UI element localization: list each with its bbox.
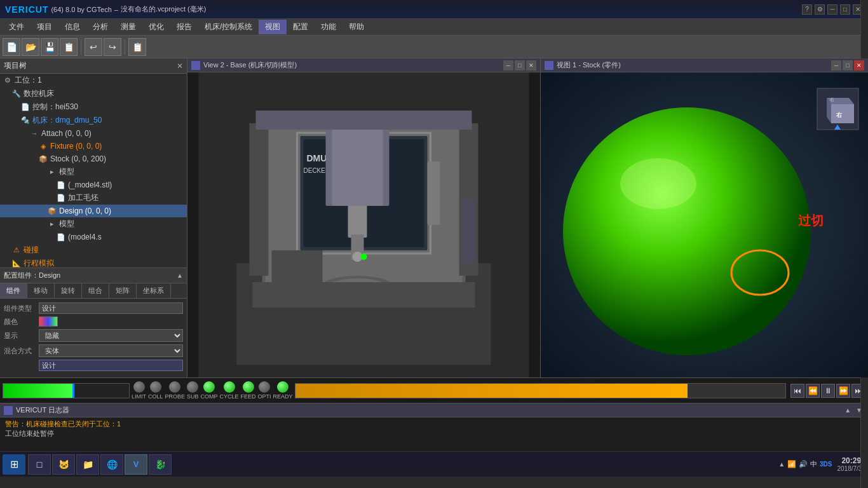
- new-btn[interactable]: 📄: [3, 38, 20, 56]
- menu-item-11[interactable]: 帮助: [342, 20, 370, 34]
- tray-logo: 3DS: [820, 461, 832, 468]
- vp-machine-restore[interactable]: □: [515, 60, 525, 71]
- title-bar: VERICUT (64) 8.0 by CGTech – 没有命名的.vcpro…: [0, 0, 868, 19]
- tree-node-model4stl[interactable]: 📄(_model4.stl): [0, 179, 187, 191]
- taskbar-app-explorer[interactable]: □: [28, 454, 51, 475]
- menu-item-6[interactable]: 报告: [170, 20, 198, 34]
- menu-item-10[interactable]: 功能: [315, 20, 342, 34]
- field-value-display[interactable]: 隐藏 显示: [39, 329, 183, 342]
- taskbar-app-files[interactable]: 📁: [76, 454, 99, 475]
- log-header: VERICUT 日志器 ▲ ▼: [0, 403, 868, 417]
- status-indicator-coll[interactable]: COLL: [148, 381, 163, 400]
- start-button[interactable]: ⊞: [3, 454, 25, 475]
- tree-label-model4s: (model4.s: [68, 233, 102, 241]
- vp-stock-restore[interactable]: □: [843, 60, 853, 71]
- field-label-blend: 混合方式: [4, 346, 39, 356]
- tree-label-cnc: 数控机床: [24, 88, 54, 99]
- tree-node-fixture[interactable]: ◈Fixture (0, 0, 0): [0, 140, 187, 152]
- status-dot-coll: [150, 381, 161, 393]
- tree-node-control[interactable]: 📄控制：hei530: [0, 100, 187, 114]
- tree-close-btn[interactable]: ✕: [177, 62, 183, 71]
- tree-node-machine[interactable]: 🔩机床：dmg_dmu_50: [0, 114, 187, 127]
- log-scroll-up[interactable]: ▲: [843, 407, 853, 414]
- status-indicator-probe[interactable]: PROBE: [165, 381, 186, 400]
- undo-btn[interactable]: ↩: [85, 38, 102, 56]
- tree-node-rough[interactable]: 📄加工毛坯: [0, 191, 187, 205]
- tree-node-stock[interactable]: 📦Stock (0, 0, 200): [0, 152, 187, 165]
- tree-label-workcell: 工位：1: [15, 75, 42, 86]
- progress-marker: [72, 384, 74, 398]
- playback-btn-rewind[interactable]: ⏪: [806, 384, 820, 398]
- status-indicator-limit[interactable]: LIMIT: [132, 381, 146, 400]
- config-tab-4[interactable]: 矩阵: [109, 283, 137, 298]
- config-header: 配置组件：Design ▲: [0, 268, 187, 283]
- menu-item-0[interactable]: 文件: [3, 20, 31, 34]
- color-picker[interactable]: [39, 316, 58, 327]
- field-value-blend[interactable]: 实体 线框: [39, 344, 183, 357]
- viewport-machine: View 2 - Base (机床/切削模型) ─ □ ✕: [187, 58, 541, 377]
- maximize-btn[interactable]: □: [840, 4, 850, 15]
- tree-node-workcell[interactable]: ⚙工位：1: [0, 74, 187, 87]
- menu-item-8[interactable]: 视图: [259, 20, 287, 34]
- tree-node-design[interactable]: 📦Design (0, 0, 0): [0, 205, 187, 217]
- config-tab-1[interactable]: 移动: [27, 283, 55, 298]
- status-indicator-opti[interactable]: OPTI: [258, 381, 271, 400]
- vp-machine-close[interactable]: ✕: [526, 60, 536, 71]
- save-btn[interactable]: 💾: [41, 38, 58, 56]
- config-tab-3[interactable]: 组合: [82, 283, 109, 298]
- tree-node-cnc[interactable]: 🔧数控机床: [0, 87, 187, 100]
- menu-item-9[interactable]: 配置: [287, 20, 315, 34]
- left-panel: 项目树 ✕ ⚙工位：1🔧数控机床📄控制：hei530🔩机床：dmg_dmu_50…: [0, 58, 187, 377]
- taskbar-app-cat[interactable]: 🐱: [52, 454, 75, 475]
- vp-stock-close[interactable]: ✕: [854, 60, 864, 71]
- field-value-name[interactable]: [39, 360, 183, 371]
- status-dot-sub: [187, 381, 198, 393]
- config-tab-2[interactable]: 旋转: [55, 283, 82, 298]
- tray-icon-up[interactable]: ▲: [778, 461, 785, 468]
- status-indicator-feed[interactable]: FEED: [241, 381, 256, 400]
- config-tab-0[interactable]: 组件: [0, 283, 27, 298]
- status-label-coll: COLL: [148, 393, 163, 400]
- open-btn[interactable]: 📂: [22, 38, 39, 56]
- toolbar-sep1: [81, 39, 81, 55]
- tree-label-design: Design (0, 0, 0): [59, 207, 111, 215]
- playback-btn-pause[interactable]: ⏸: [821, 384, 835, 398]
- config-expand-btn[interactable]: ▲: [177, 272, 183, 279]
- copy-btn[interactable]: 📋: [128, 38, 146, 56]
- status-indicator-sub[interactable]: SUB: [187, 381, 199, 400]
- status-indicator-ready[interactable]: READY: [273, 381, 293, 400]
- machine-svg: DMU 50 DECKEL MAHO: [187, 72, 540, 377]
- status-indicator-cycle[interactable]: CYCLE: [220, 381, 239, 400]
- menu-item-3[interactable]: 分析: [86, 20, 114, 34]
- menu-item-7[interactable]: 机床/控制系统: [198, 20, 259, 34]
- settings-btn[interactable]: ⚙: [815, 4, 825, 15]
- taskbar-app-dragon[interactable]: 🐉: [149, 454, 172, 475]
- vp-stock-minimize[interactable]: ─: [831, 60, 841, 71]
- menu-item-4[interactable]: 测量: [114, 20, 142, 34]
- minimize-btn[interactable]: ─: [827, 4, 837, 15]
- menu-item-5[interactable]: 优化: [142, 20, 170, 34]
- tree-node-models2[interactable]: ▸模型: [0, 217, 187, 231]
- taskbar-app-browser[interactable]: 🌐: [100, 454, 123, 475]
- save-as-btn[interactable]: 📋: [60, 38, 78, 56]
- help-btn[interactable]: ?: [802, 4, 812, 15]
- tree-node-model4s[interactable]: 📄(model4.s: [0, 231, 187, 243]
- status-indicator-comp[interactable]: COMP: [201, 381, 218, 400]
- tree-node-models1[interactable]: ▸模型: [0, 165, 187, 179]
- vp-machine-minimize[interactable]: ─: [503, 60, 513, 71]
- tree-node-travel[interactable]: 📐行程模拟: [0, 257, 187, 268]
- playback-btn-step-back[interactable]: ⏮: [790, 384, 804, 398]
- viewport-machine-header: View 2 - Base (机床/切削模型) ─ □ ✕: [187, 58, 540, 72]
- field-value-type[interactable]: [39, 302, 183, 314]
- taskbar-app-vericut[interactable]: V: [125, 454, 147, 475]
- tree-area[interactable]: ⚙工位：1🔧数控机床📄控制：hei530🔩机床：dmg_dmu_50→Attac…: [0, 74, 187, 268]
- tree-node-collision[interactable]: ⚠碰撞: [0, 243, 187, 257]
- playback-btn-forward[interactable]: ⏩: [836, 384, 850, 398]
- progress-container[interactable]: [3, 383, 130, 398]
- config-tab-5[interactable]: 坐标系: [137, 283, 171, 298]
- menu-item-1[interactable]: 项目: [31, 20, 58, 34]
- machining-progress[interactable]: [295, 383, 786, 398]
- tree-node-attach[interactable]: →Attach (0, 0, 0): [0, 127, 187, 140]
- redo-btn[interactable]: ↪: [104, 38, 121, 56]
- menu-item-2[interactable]: 信息: [58, 20, 86, 34]
